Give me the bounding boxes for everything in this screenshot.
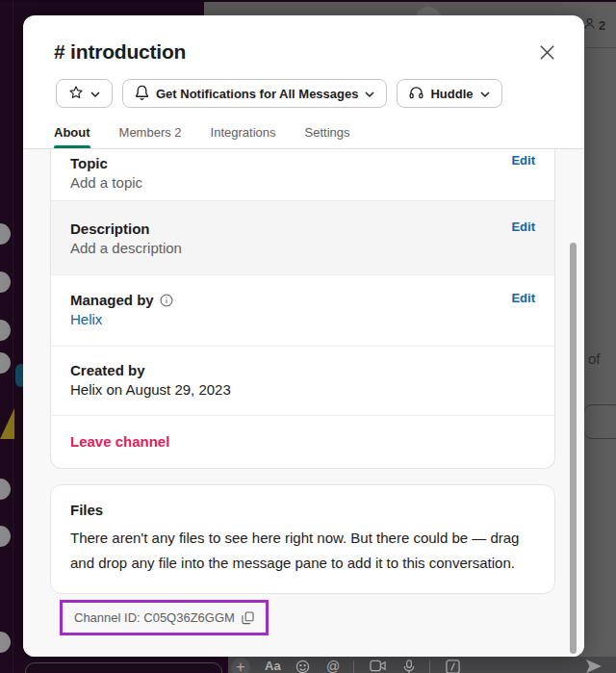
notifications-button[interactable]: Get Notifications for All Messages [122, 79, 387, 108]
toolbar-divider [353, 660, 354, 673]
created-by-value: Helix on August 29, 2023 [70, 381, 535, 398]
emoji-icon [295, 660, 310, 673]
bell-icon [135, 85, 149, 103]
channel-id-text: Channel ID: C05Q36Z6GGM [74, 610, 235, 625]
toolbar-divider [429, 660, 430, 673]
topic-value: Add a topic [70, 174, 535, 191]
info-icon[interactable] [160, 294, 173, 307]
header-divider [584, 47, 616, 48]
workspace-avatar [0, 320, 11, 341]
files-empty-text: There aren't any files to see here right… [70, 526, 535, 576]
description-value: Add a description [70, 240, 535, 256]
mention-icon: @ [326, 660, 340, 673]
mic-icon [403, 660, 415, 673]
workspace-avatar [0, 223, 11, 245]
files-card: Files There aren't any files to see here… [50, 484, 555, 594]
background-text-fragment: of [588, 350, 601, 367]
channel-details-dialog: # introduction Get [23, 15, 584, 657]
dialog-actions: Get Notifications for All Messages Huddl… [23, 64, 584, 108]
huddle-button[interactable]: Huddle [397, 79, 501, 108]
tab-about[interactable]: About [54, 125, 90, 148]
headphones-icon [409, 86, 424, 102]
chevron-down-icon [480, 87, 490, 101]
send-icon [586, 660, 602, 673]
close-icon[interactable] [535, 40, 558, 64]
chevron-down-icon [90, 87, 100, 101]
dialog-title: # introduction [54, 40, 553, 64]
star-icon [68, 85, 84, 103]
channel-info-card: Topic Add a topic Edit Description Add a… [50, 149, 555, 469]
chevron-down-icon [365, 87, 374, 101]
files-title: Files [70, 502, 535, 518]
background-button-outline [583, 404, 616, 439]
dimmed-corner [604, 0, 616, 15]
plus-icon: + [231, 658, 250, 673]
managed-by-edit-link[interactable]: Edit [511, 291, 535, 305]
about-tab-content: Topic Add a topic Edit Description Add a… [23, 149, 584, 657]
dialog-header: # introduction [23, 15, 584, 64]
workspace-avatar [0, 632, 11, 653]
format-icon: Aa [265, 660, 281, 673]
tab-members[interactable]: Members 2 [119, 125, 182, 148]
tab-integrations[interactable]: Integrations [211, 125, 276, 148]
managed-by-user-link[interactable]: Helix [70, 311, 102, 327]
created-by-row: Created by Helix on August 29, 2023 [51, 346, 554, 415]
workspace-avatar [0, 479, 11, 500]
description-label: Description [70, 220, 535, 237]
tab-settings[interactable]: Settings [305, 125, 350, 148]
description-edit-link[interactable]: Edit [511, 220, 535, 234]
video-icon [370, 660, 386, 672]
leave-channel-row[interactable]: Leave channel [51, 415, 554, 468]
workspace-avatar [0, 272, 11, 293]
notifications-button-label: Get Notifications for All Messages [156, 87, 358, 101]
dialog-tabbar: About Members 2 Integrations Settings [23, 108, 584, 149]
channel-id-annotation: Channel ID: C05Q36Z6GGM [60, 600, 269, 635]
huddle-button-label: Huddle [430, 87, 473, 101]
star-channel-button[interactable] [56, 79, 113, 108]
managed-by-row: Managed by Helix Edit [51, 274, 554, 346]
topic-edit-link[interactable]: Edit [511, 153, 535, 168]
channel-members-badge: 2 [583, 17, 605, 33]
topic-row[interactable]: Topic Add a topic Edit [51, 149, 554, 200]
shortcuts-icon [446, 660, 460, 673]
composer-toolbar: + Aa @ [228, 657, 616, 673]
leave-channel-button[interactable]: Leave channel [70, 433, 169, 450]
sidebar-rail-divider [13, 0, 13, 673]
description-row[interactable]: Description Add a description Edit [51, 200, 554, 274]
workspace-avatar [0, 352, 11, 374]
window-top-edge [0, 0, 616, 2]
topic-label: Topic [70, 155, 535, 171]
message-composer-outline [25, 662, 222, 673]
workspace-avatar [0, 526, 11, 547]
created-by-label: Created by [70, 362, 535, 378]
member-icon [583, 17, 596, 33]
copy-icon[interactable] [242, 611, 254, 625]
dialog-scrollbar[interactable] [570, 243, 577, 654]
managed-by-label: Managed by [70, 292, 154, 308]
members-count: 2 [599, 18, 605, 33]
